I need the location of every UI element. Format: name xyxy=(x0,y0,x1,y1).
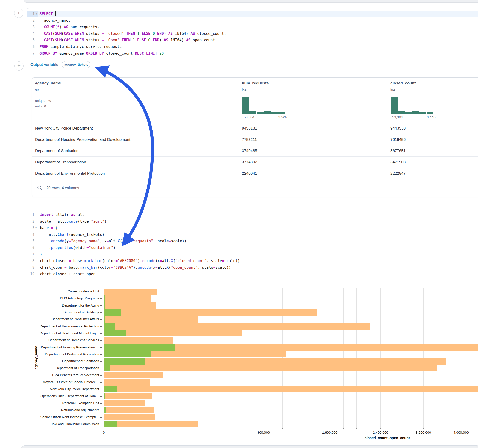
category-label: Taxi and Limousine Commission xyxy=(23,422,99,426)
column-histogram xyxy=(391,97,434,114)
code-line[interactable]: 1∨SELECT xyxy=(27,11,478,17)
axis-tick xyxy=(330,428,330,429)
open-count-bar xyxy=(104,295,105,302)
open-count-bar xyxy=(104,344,175,350)
category-tick xyxy=(100,312,102,313)
category-tick xyxy=(100,410,102,411)
category-label: Department for the Aging xyxy=(23,304,99,307)
x-tick-label: 0 xyxy=(90,430,118,434)
code-text: agency_name, xyxy=(39,17,70,24)
line-number: 2 xyxy=(27,17,35,24)
search-icon[interactable] xyxy=(37,185,43,191)
code-line[interactable]: 7GROUP BY agency_name ORDER BY closed_co… xyxy=(27,50,478,57)
axis-tick xyxy=(183,428,184,429)
code-line[interactable]: 2 agency_name, xyxy=(27,17,478,24)
category-tick xyxy=(100,319,102,320)
gridline xyxy=(461,288,461,428)
axis-tick xyxy=(369,428,369,429)
category-label: Department of Buildings xyxy=(23,311,99,314)
histogram-min-label: 53,304 xyxy=(244,115,254,119)
line-number: 6 xyxy=(27,44,35,50)
category-label: DHS Advantage Programs xyxy=(23,296,99,300)
axis-tick xyxy=(242,428,242,429)
gridline xyxy=(315,288,315,428)
open-count-bar xyxy=(104,386,117,392)
line-number: 7 xyxy=(27,50,35,57)
axis-tick xyxy=(392,428,392,429)
category-label: Department of Transportation xyxy=(23,366,99,370)
column-dtype: i64 xyxy=(242,88,246,92)
gridline xyxy=(369,288,369,428)
open-count-bar xyxy=(104,365,110,372)
column-dtype: str xyxy=(35,88,39,92)
axis-tick xyxy=(283,428,283,429)
sql-cell: 1∨SELECT 2 agency_name,3 COUNT(*) AS num… xyxy=(26,8,478,72)
category-label: Correspondence Unit xyxy=(23,289,99,293)
code-text: FROM sample_data.nyc.service_requests xyxy=(39,44,121,50)
code-line[interactable]: 6FROM sample_data.nyc.service_requests xyxy=(27,44,478,50)
table-row: Department of Housing Preservation and D… xyxy=(32,134,478,145)
table-cell: Department of Housing Preservation and D… xyxy=(35,134,130,145)
gridline xyxy=(433,288,434,428)
table-cell: 9453131 xyxy=(242,123,257,134)
column-histogram xyxy=(242,97,285,114)
axis-tick xyxy=(423,428,424,429)
code-text: GROUP BY agency_name ORDER BY closed_cou… xyxy=(39,50,164,57)
text-cursor xyxy=(55,11,56,16)
gridline xyxy=(343,288,344,428)
x-tick-label: 4,000,000 xyxy=(447,430,475,434)
category-tick xyxy=(100,299,102,299)
output-variable-pill[interactable]: agency_tickets xyxy=(62,61,90,68)
axis-tick xyxy=(104,428,104,429)
category-label: HRA Benefit Card Replacement xyxy=(23,373,99,377)
code-text: COUNT(*) AS num_requests, xyxy=(39,24,99,31)
category-label: Refunds and Adjustments xyxy=(23,408,99,412)
table-row: Department of Transportation377489234719… xyxy=(32,156,478,168)
category-tick xyxy=(100,347,102,348)
sql-editor[interactable]: 1∨SELECT 2 agency_name,3 COUNT(*) AS num… xyxy=(27,8,478,58)
code-line[interactable]: 3 COUNT(*) AS num_requests, xyxy=(27,24,478,31)
python-cell: 1import altair as alt2scale = alt.Scale(… xyxy=(23,209,478,446)
closed-count-bar xyxy=(104,288,157,295)
line-number: 4 xyxy=(27,31,35,37)
axis-tick xyxy=(217,428,217,429)
table-row: Department of Environmental Protection22… xyxy=(32,168,478,179)
category-label: Department of Housing Preservation … xyxy=(23,345,99,349)
code-text: CAST(SUM(CASE WHEN status = 'Closed' THE… xyxy=(39,31,226,37)
add-cell-button-middle[interactable]: + xyxy=(14,61,24,70)
gridline xyxy=(443,288,443,428)
add-cell-button-top[interactable]: + xyxy=(14,8,23,18)
gridline xyxy=(183,288,184,428)
fold-chevron-icon[interactable]: ∨ xyxy=(35,11,37,17)
axis-tick xyxy=(315,428,315,429)
code-line[interactable]: 5 CAST(SUM(CASE WHEN status = 'Open' THE… xyxy=(27,37,478,44)
gridline xyxy=(264,288,264,428)
gridline xyxy=(392,288,392,428)
closed-count-bar xyxy=(104,323,370,330)
table-cell: 9443533 xyxy=(390,123,406,134)
output-variable-label: Output variable: xyxy=(31,62,60,67)
table-cell: New York City Police Department xyxy=(35,123,93,134)
category-tick xyxy=(100,354,102,355)
open-count-bar xyxy=(104,393,105,399)
closed-count-bar xyxy=(104,421,198,427)
category-label: Operations Unit - Department of Hom… xyxy=(23,394,99,398)
table-cell: 2222847 xyxy=(390,168,406,179)
next-cell-edge xyxy=(21,446,478,448)
dataframe-preview: agency_namestrunique: 20nulls: 0num_requ… xyxy=(32,77,478,197)
axis-tick xyxy=(380,428,381,429)
category-tick xyxy=(100,368,102,369)
x-tick-label: 800,000 xyxy=(250,430,277,434)
table-cell: Department of Sanitation xyxy=(35,145,78,156)
category-label: Mayorâ€ s Office of Special Enforce… xyxy=(23,380,99,384)
category-tick xyxy=(100,333,102,334)
table-row-count: 20 rows, 4 columns xyxy=(46,186,79,190)
code-line[interactable]: 4 CAST(SUM(CASE WHEN status = 'Closed' T… xyxy=(27,31,478,37)
closed-count-bar xyxy=(104,365,437,372)
histogram-min-label: 53,304 xyxy=(392,115,403,119)
category-label: New York City Police Department xyxy=(23,387,99,391)
open-count-bar xyxy=(104,351,151,357)
category-label: Department of Homeless Services xyxy=(23,338,99,342)
closed-count-bar xyxy=(104,400,145,406)
axis-tick xyxy=(433,428,434,429)
